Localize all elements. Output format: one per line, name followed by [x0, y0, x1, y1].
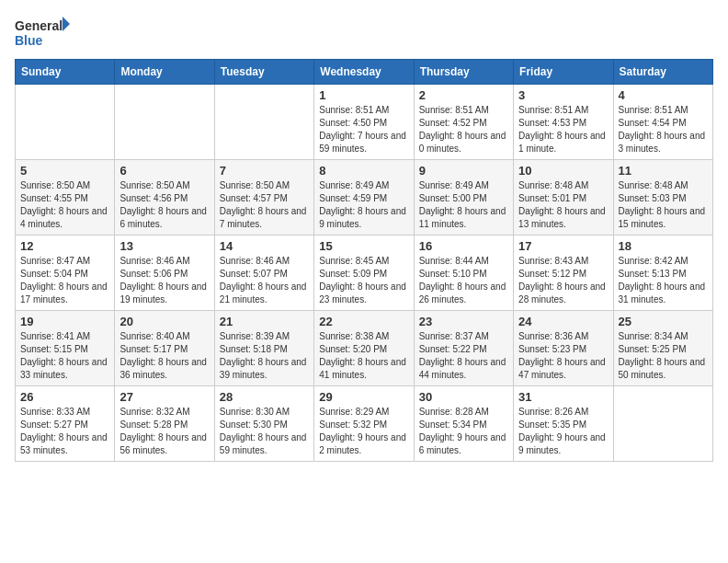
calendar-cell: 20Sunrise: 8:40 AM Sunset: 5:17 PM Dayli…	[115, 311, 214, 386]
day-detail: Sunrise: 8:33 AM Sunset: 5:27 PM Dayligh…	[20, 406, 109, 457]
day-number: 18	[619, 239, 708, 253]
day-detail: Sunrise: 8:38 AM Sunset: 5:20 PM Dayligh…	[319, 330, 408, 382]
calendar-table: SundayMondayTuesdayWednesdayThursdayFrid…	[15, 59, 713, 462]
day-number: 19	[20, 315, 109, 328]
day-number: 27	[119, 390, 209, 404]
calendar-cell: 2Sunrise: 8:51 AM Sunset: 4:52 PM Daylig…	[414, 85, 513, 160]
calendar-cell	[613, 386, 712, 462]
day-number: 1	[319, 88, 408, 102]
day-number: 30	[419, 390, 508, 404]
day-detail: Sunrise: 8:44 AM Sunset: 5:10 PM Dayligh…	[419, 255, 508, 306]
day-detail: Sunrise: 8:29 AM Sunset: 5:32 PM Dayligh…	[319, 406, 408, 457]
svg-text:Blue: Blue	[15, 33, 43, 48]
calendar-cell: 7Sunrise: 8:50 AM Sunset: 4:57 PM Daylig…	[214, 160, 313, 236]
day-detail: Sunrise: 8:48 AM Sunset: 5:03 PM Dayligh…	[619, 179, 708, 231]
day-detail: Sunrise: 8:28 AM Sunset: 5:34 PM Dayligh…	[419, 406, 508, 457]
calendar-cell: 13Sunrise: 8:46 AM Sunset: 5:06 PM Dayli…	[115, 236, 214, 311]
day-number: 2	[419, 88, 508, 102]
day-number: 4	[619, 88, 708, 102]
calendar-cell: 18Sunrise: 8:42 AM Sunset: 5:13 PM Dayli…	[613, 236, 712, 311]
calendar-week-4: 26Sunrise: 8:33 AM Sunset: 5:27 PM Dayli…	[16, 386, 713, 462]
calendar-week-1: 5Sunrise: 8:50 AM Sunset: 4:55 PM Daylig…	[16, 160, 713, 236]
calendar-cell: 8Sunrise: 8:49 AM Sunset: 4:59 PM Daylig…	[314, 160, 414, 236]
day-number: 28	[220, 390, 309, 404]
calendar-cell: 31Sunrise: 8:26 AM Sunset: 5:35 PM Dayli…	[514, 386, 613, 462]
day-number: 8	[319, 164, 408, 178]
calendar-cell: 21Sunrise: 8:39 AM Sunset: 5:18 PM Dayli…	[214, 311, 313, 386]
day-detail: Sunrise: 8:34 AM Sunset: 5:25 PM Dayligh…	[619, 330, 708, 382]
day-number: 25	[619, 315, 708, 328]
svg-text:General: General	[15, 18, 63, 33]
day-number: 31	[518, 390, 608, 404]
day-number: 10	[518, 164, 608, 178]
calendar-cell	[214, 85, 313, 160]
day-number: 7	[220, 164, 309, 178]
header: General Blue	[15, 15, 713, 52]
day-detail: Sunrise: 8:50 AM Sunset: 4:55 PM Dayligh…	[20, 179, 109, 231]
day-detail: Sunrise: 8:47 AM Sunset: 5:04 PM Dayligh…	[20, 255, 109, 306]
calendar-cell: 22Sunrise: 8:38 AM Sunset: 5:20 PM Dayli…	[314, 311, 414, 386]
day-number: 5	[20, 164, 109, 178]
calendar-cell: 6Sunrise: 8:50 AM Sunset: 4:56 PM Daylig…	[115, 160, 214, 236]
svg-marker-2	[63, 17, 70, 31]
day-detail: Sunrise: 8:50 AM Sunset: 4:56 PM Dayligh…	[119, 179, 209, 231]
day-detail: Sunrise: 8:40 AM Sunset: 5:17 PM Dayligh…	[119, 330, 209, 382]
day-number: 16	[419, 239, 508, 253]
day-number: 13	[119, 239, 209, 253]
weekday-header-thursday: Thursday	[414, 60, 513, 85]
calendar-cell: 17Sunrise: 8:43 AM Sunset: 5:12 PM Dayli…	[514, 236, 613, 311]
day-detail: Sunrise: 8:51 AM Sunset: 4:54 PM Dayligh…	[619, 104, 708, 155]
day-number: 21	[220, 315, 309, 328]
day-detail: Sunrise: 8:51 AM Sunset: 4:53 PM Dayligh…	[518, 104, 608, 155]
calendar-cell: 23Sunrise: 8:37 AM Sunset: 5:22 PM Dayli…	[414, 311, 513, 386]
day-number: 20	[119, 315, 209, 328]
day-number: 23	[419, 315, 508, 328]
day-detail: Sunrise: 8:51 AM Sunset: 4:52 PM Dayligh…	[419, 104, 508, 155]
calendar-cell: 11Sunrise: 8:48 AM Sunset: 5:03 PM Dayli…	[613, 160, 712, 236]
day-number: 24	[518, 315, 608, 328]
weekday-header-friday: Friday	[514, 60, 613, 85]
weekday-header-row: SundayMondayTuesdayWednesdayThursdayFrid…	[16, 60, 713, 85]
calendar-week-0: 1Sunrise: 8:51 AM Sunset: 4:50 PM Daylig…	[16, 85, 713, 160]
calendar-cell: 12Sunrise: 8:47 AM Sunset: 5:04 PM Dayli…	[16, 236, 115, 311]
calendar-cell: 26Sunrise: 8:33 AM Sunset: 5:27 PM Dayli…	[16, 386, 115, 462]
day-number: 17	[518, 239, 608, 253]
day-number: 14	[220, 239, 309, 253]
day-detail: Sunrise: 8:46 AM Sunset: 5:07 PM Dayligh…	[220, 255, 309, 306]
day-detail: Sunrise: 8:26 AM Sunset: 5:35 PM Dayligh…	[518, 406, 608, 457]
calendar-cell: 9Sunrise: 8:49 AM Sunset: 5:00 PM Daylig…	[414, 160, 513, 236]
day-detail: Sunrise: 8:32 AM Sunset: 5:28 PM Dayligh…	[119, 406, 209, 457]
calendar-header: SundayMondayTuesdayWednesdayThursdayFrid…	[16, 60, 713, 85]
calendar-cell: 10Sunrise: 8:48 AM Sunset: 5:01 PM Dayli…	[514, 160, 613, 236]
calendar-cell: 5Sunrise: 8:50 AM Sunset: 4:55 PM Daylig…	[16, 160, 115, 236]
day-detail: Sunrise: 8:39 AM Sunset: 5:18 PM Dayligh…	[220, 330, 309, 382]
logo: General Blue	[15, 15, 70, 52]
weekday-header-saturday: Saturday	[613, 60, 712, 85]
day-detail: Sunrise: 8:36 AM Sunset: 5:23 PM Dayligh…	[518, 330, 608, 382]
day-detail: Sunrise: 8:43 AM Sunset: 5:12 PM Dayligh…	[518, 255, 608, 306]
calendar-cell: 16Sunrise: 8:44 AM Sunset: 5:10 PM Dayli…	[414, 236, 513, 311]
day-detail: Sunrise: 8:37 AM Sunset: 5:22 PM Dayligh…	[419, 330, 508, 382]
day-detail: Sunrise: 8:51 AM Sunset: 4:50 PM Dayligh…	[319, 104, 408, 155]
calendar-cell: 4Sunrise: 8:51 AM Sunset: 4:54 PM Daylig…	[613, 85, 712, 160]
day-number: 26	[20, 390, 109, 404]
day-number: 22	[319, 315, 408, 328]
day-number: 29	[319, 390, 408, 404]
weekday-header-tuesday: Tuesday	[214, 60, 313, 85]
calendar-cell	[115, 85, 214, 160]
calendar-cell: 15Sunrise: 8:45 AM Sunset: 5:09 PM Dayli…	[314, 236, 414, 311]
day-detail: Sunrise: 8:48 AM Sunset: 5:01 PM Dayligh…	[518, 179, 608, 231]
day-detail: Sunrise: 8:50 AM Sunset: 4:57 PM Dayligh…	[220, 179, 309, 231]
weekday-header-wednesday: Wednesday	[314, 60, 414, 85]
day-number: 6	[119, 164, 209, 178]
calendar-cell: 1Sunrise: 8:51 AM Sunset: 4:50 PM Daylig…	[314, 85, 414, 160]
day-detail: Sunrise: 8:49 AM Sunset: 4:59 PM Dayligh…	[319, 179, 408, 231]
weekday-header-monday: Monday	[115, 60, 214, 85]
day-number: 15	[319, 239, 408, 253]
day-number: 12	[20, 239, 109, 253]
day-detail: Sunrise: 8:30 AM Sunset: 5:30 PM Dayligh…	[220, 406, 309, 457]
calendar-cell: 30Sunrise: 8:28 AM Sunset: 5:34 PM Dayli…	[414, 386, 513, 462]
day-detail: Sunrise: 8:46 AM Sunset: 5:06 PM Dayligh…	[119, 255, 209, 306]
calendar-cell: 25Sunrise: 8:34 AM Sunset: 5:25 PM Dayli…	[613, 311, 712, 386]
weekday-header-sunday: Sunday	[16, 60, 115, 85]
